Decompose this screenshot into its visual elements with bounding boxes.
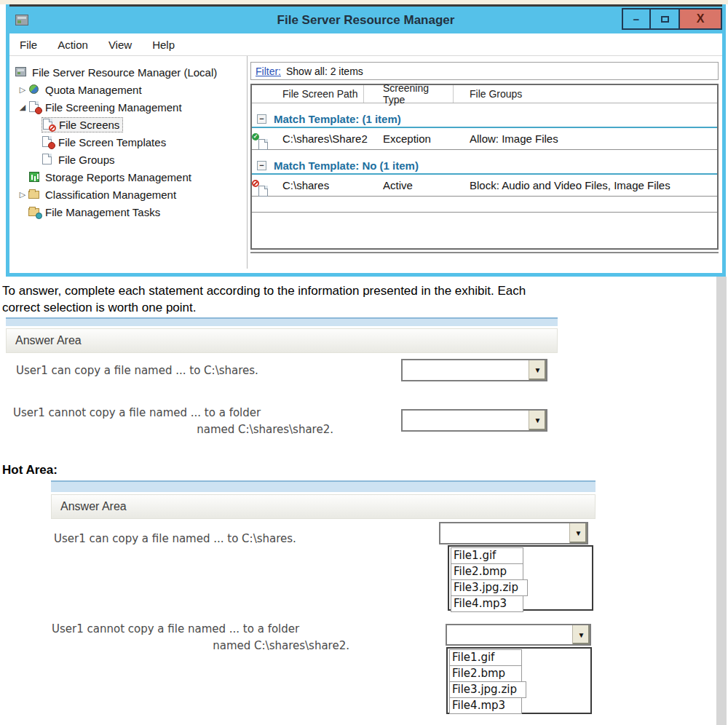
chevron-collapsed-icon[interactable]: ▷ <box>17 190 28 199</box>
tree-item-storage-reports[interactable]: . Storage Reports Management <box>9 168 247 186</box>
tree-item-file-screens[interactable]: File Screens <box>9 116 247 133</box>
option-file2-bmp[interactable]: File2.bmp <box>451 563 523 580</box>
maximize-icon <box>661 16 669 23</box>
file-screening-icon <box>28 101 41 113</box>
table-row-shares[interactable]: C:\shares Active Block: Audio and Video … <box>252 175 717 197</box>
file-screens-icon <box>42 119 55 130</box>
tree-item-file-groups[interactable]: File Groups <box>9 151 247 168</box>
statement-2-dropdown[interactable]: ▼ <box>401 409 547 432</box>
chevron-down-icon[interactable]: ▼ <box>529 411 546 430</box>
list-header-row: File Screen Path Screening Type File Gro… <box>252 85 717 103</box>
quota-icon <box>28 84 41 95</box>
option-file4-mp3[interactable]: File4.mp3 <box>451 595 523 612</box>
page-right-edge <box>716 277 727 725</box>
answer-area-header: Answer Area <box>6 328 558 353</box>
hot-dropdown-2-options: File1.gif File2.bmp File3.jpg.zip File4.… <box>446 647 592 714</box>
window-controls: − X <box>622 8 722 30</box>
file-management-tasks-icon <box>28 206 41 218</box>
menu-view[interactable]: View <box>108 39 132 51</box>
maximize-button[interactable] <box>651 8 680 30</box>
statement-2: User1 cannot copy a file named ... to a … <box>13 405 333 438</box>
column-header-path[interactable]: File Screen Path <box>252 85 364 103</box>
option-file3-jpg-zip[interactable]: File3.jpg.zip <box>451 579 528 596</box>
server-icon <box>15 66 28 78</box>
classification-icon <box>28 189 41 200</box>
collapse-icon[interactable]: − <box>257 114 266 124</box>
exam-question-page: File Server Resource Manager − X File Ac… <box>0 0 728 725</box>
option-file3-jpg-zip[interactable]: File3.jpg.zip <box>449 681 526 698</box>
chevron-down-icon[interactable]: ▼ <box>572 625 590 644</box>
results-pane: Filter: Show all: 2 items File Screen Pa… <box>248 56 722 269</box>
hot-answer-area-top-strip <box>51 480 596 492</box>
tree-item-classification-management[interactable]: ▷ Classification Management <box>9 186 247 203</box>
hot-dropdown-1-options: File1.gif File2.bmp File3.jpg.zip File4.… <box>448 545 593 611</box>
tree-item-file-screening-management[interactable]: ◢ File Screening Management <box>9 98 247 116</box>
hot-statement-1: User1 can copy a file named ... to C:\sh… <box>54 531 296 547</box>
table-row-share2[interactable]: ✓ C:\shares\Share2 Exception Allow: Imag… <box>252 128 717 150</box>
empty-list-row <box>252 197 717 213</box>
chevron-expanded-icon[interactable]: ◢ <box>17 103 28 112</box>
cell-type: Active <box>364 179 454 191</box>
storage-reports-icon <box>28 171 41 183</box>
tree-item-file-screen-templates[interactable]: File Screen Templates <box>9 133 247 151</box>
tree-item-file-management-tasks[interactable]: . File Management Tasks <box>9 203 247 221</box>
minimize-button[interactable]: − <box>622 8 651 30</box>
hot-statement-2-dropdown[interactable]: ▼ <box>446 624 591 646</box>
tree-item-root[interactable]: File Server Resource Manager (Local) <box>9 63 247 81</box>
hot-statement-2: User1 cannot copy a file named ... to a … <box>52 621 349 654</box>
hot-area-label: Hot Area: <box>2 463 58 478</box>
cell-path: C:\shares <box>282 179 364 191</box>
question-text: To answer, complete each statement accor… <box>2 282 705 316</box>
statement-1: User1 can copy a file named ... to C:\sh… <box>16 362 258 379</box>
group-row-match-template-no: − Match Template: No (1 item) <box>252 157 717 175</box>
window-client-area: File Server Resource Manager (Local) ▷ Q… <box>9 56 722 269</box>
option-file2-bmp[interactable]: File2.bmp <box>449 665 522 682</box>
menu-file[interactable]: File <box>20 39 37 51</box>
tree-item-quota-management[interactable]: ▷ Quota Management <box>9 81 247 98</box>
window-titlebar: File Server Resource Manager − X <box>9 4 722 33</box>
close-button[interactable]: X <box>680 8 722 30</box>
file-screen-templates-icon <box>41 136 54 148</box>
hot-statement-1-dropdown[interactable]: ▼ <box>439 522 588 544</box>
filter-status: Show all: 2 items <box>286 66 363 77</box>
group-row-match-template: − Match Template: (1 item) <box>252 111 717 128</box>
cell-type: Exception <box>364 132 454 145</box>
option-file1-gif[interactable]: File1.gif <box>449 649 522 666</box>
hot-answer-area-header: Answer Area <box>51 494 596 519</box>
chevron-down-icon[interactable]: ▼ <box>569 523 587 543</box>
option-file1-gif[interactable]: File1.gif <box>451 547 523 564</box>
column-header-groups[interactable]: File Groups <box>454 85 717 103</box>
filter-bar: Filter: Show all: 2 items <box>250 62 719 80</box>
option-file4-mp3[interactable]: File4.mp3 <box>449 697 522 714</box>
chevron-collapsed-icon[interactable]: ▷ <box>17 85 28 95</box>
cell-path: C:\shares\Share2 <box>282 132 364 145</box>
chevron-down-icon[interactable]: ▼ <box>529 360 546 380</box>
menu-action[interactable]: Action <box>58 39 88 51</box>
window-title: File Server Resource Manager <box>9 13 722 28</box>
collapse-icon[interactable]: − <box>257 161 266 170</box>
file-screens-list: File Screen Path Screening Type File Gro… <box>250 84 719 250</box>
file-groups-icon <box>41 154 54 165</box>
statement-1-dropdown[interactable]: ▼ <box>401 359 547 381</box>
fsrm-window: File Server Resource Manager − X File Ac… <box>6 4 726 277</box>
menu-help[interactable]: Help <box>152 39 175 51</box>
answer-area-top-strip <box>6 317 558 326</box>
cell-groups: Block: Audio and Video Files, Image File… <box>454 179 717 191</box>
selected-tree-item: File Screens <box>41 117 123 132</box>
column-header-type[interactable]: Screening Type <box>364 85 454 103</box>
cell-groups: Allow: Image Files <box>454 132 717 145</box>
filter-link[interactable]: Filter: <box>256 66 281 77</box>
console-tree-pane: File Server Resource Manager (Local) ▷ Q… <box>9 56 248 269</box>
menu-bar: File Action View Help <box>9 33 722 56</box>
list-footer-area <box>250 252 719 268</box>
